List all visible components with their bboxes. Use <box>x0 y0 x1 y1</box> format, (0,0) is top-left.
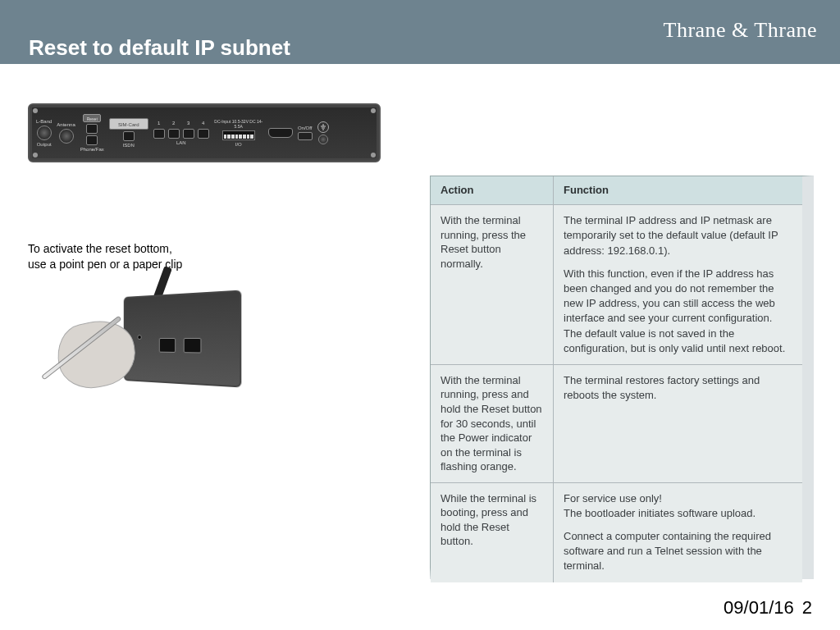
content-area: L-Band Output Antenna Reset Phone/Fax SI… <box>0 64 840 630</box>
function-text: The terminal IP address and IP netmask a… <box>564 213 791 258</box>
action-cell: While the terminal is booting, press and… <box>431 483 554 582</box>
port2-icon <box>184 338 202 354</box>
table-row: While the terminal is booting, press and… <box>431 483 802 582</box>
function-table: Action Function With the terminal runnin… <box>430 176 814 579</box>
action-cell: With the terminal running, press and hol… <box>431 365 554 482</box>
phonefax-port2-icon <box>86 135 98 145</box>
device-rear-panel-illustration: L-Band Output Antenna Reset Phone/Fax SI… <box>28 103 381 162</box>
ground-stud-icon <box>318 135 328 144</box>
lan1-port-icon <box>153 129 165 139</box>
reset-pinhole-icon <box>137 335 141 340</box>
onoff-label: On/Off <box>298 126 313 140</box>
dsub-connector <box>268 128 293 138</box>
isdn-port-icon <box>123 131 135 141</box>
function-cell: The terminal IP address and IP netmask a… <box>554 205 802 364</box>
phonefax-port-icon <box>86 124 98 134</box>
action-cell: With the terminal running, press the Res… <box>431 205 554 364</box>
lband-output-label: L-Band Output <box>36 119 52 147</box>
lan2-port-icon <box>168 129 180 139</box>
dip-switch-icon <box>222 130 255 140</box>
function-cell: The terminal restores factory settings a… <box>554 365 802 482</box>
reset-illustration <box>43 277 240 409</box>
modem-body-icon <box>124 290 242 387</box>
table-row: With the terminal running, press and hol… <box>431 365 802 483</box>
dcinput-io-label: DC-Input 10.5-32V DC 14-5.5A I/O <box>214 119 263 147</box>
function-text: With this function, even if the IP addre… <box>564 267 791 356</box>
page-title: Reset to default IP subnet <box>29 35 290 61</box>
lan3-port-icon <box>183 129 194 139</box>
col-header-action: Action <box>431 176 554 204</box>
table-header-row: Action Function <box>431 176 802 205</box>
footer-date: 09/01/16 <box>724 597 794 618</box>
antenna-label: Antenna <box>57 122 75 144</box>
function-text: Connect a computer containing the requir… <box>564 529 791 574</box>
function-text: For service use only! The bootloader ini… <box>564 491 791 521</box>
ground-icon <box>317 121 329 133</box>
sim-slot-icon: SIM-Card <box>109 118 148 130</box>
sim-isdn-label: SIM-Card ISDN <box>109 118 148 148</box>
onoff-switch-icon <box>298 132 313 140</box>
reset-port-icon: Reset <box>83 114 101 122</box>
footer: 09/01/162 <box>724 597 812 619</box>
dsub-icon <box>268 128 293 138</box>
col-header-function: Function <box>554 176 802 204</box>
function-text: The terminal restores factory settings a… <box>564 373 791 403</box>
reset-instruction-block: To activate the reset bottom, use a poin… <box>28 241 266 409</box>
port1-icon <box>159 338 176 353</box>
brand-logo: Thrane & Thrane <box>664 18 818 43</box>
lan4-port-icon <box>198 129 209 139</box>
lband-connector-icon <box>37 126 52 140</box>
header-bar: Thrane & Thrane Reset to default IP subn… <box>0 0 840 64</box>
lan-block-label: 1 2 3 4 LAN <box>153 121 209 145</box>
reset-label: Reset Phone/Fax <box>80 114 104 152</box>
antenna-connector-icon <box>59 129 74 144</box>
footer-page-number: 2 <box>802 597 812 618</box>
table-row: With the terminal running, press the Res… <box>431 205 802 365</box>
ground-label <box>317 121 329 144</box>
reset-instruction-text: To activate the reset bottom, use a poin… <box>28 241 266 272</box>
function-cell: For service use only! The bootloader ini… <box>554 483 802 582</box>
